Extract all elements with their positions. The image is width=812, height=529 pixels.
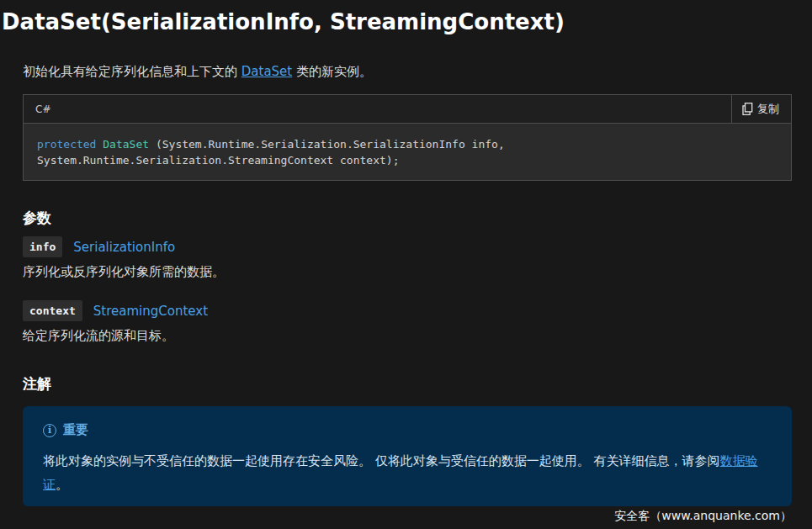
code-language-label: C# [24, 103, 50, 115]
serializationinfo-link[interactable]: SerializationInfo [73, 240, 175, 255]
intro-text-before: 初始化具有给定序列化信息和上下文的 [23, 64, 241, 79]
copy-button-label: 复制 [757, 102, 779, 117]
param-row-info: info SerializationInfo [23, 236, 792, 257]
streamingcontext-link[interactable]: StreamingContext [93, 304, 208, 319]
code-typename: DataSet [103, 138, 149, 151]
watermark: 安全客（www.anquanke.com） [23, 507, 792, 524]
code-header: C# 复制 [24, 95, 791, 124]
param-name-badge: info [23, 236, 62, 257]
info-circle-icon: i [43, 424, 56, 437]
callout-text-after: 。 [56, 477, 68, 492]
callout-text-before: 将此对象的实例与不受信任的数据一起使用存在安全风险。 仅将此对象与受信任的数据一… [43, 453, 720, 468]
param-description: 给定序列化流的源和目标。 [23, 327, 792, 345]
code-line2: System.Runtime.Serialization.StreamingCo… [37, 154, 399, 167]
copy-button[interactable]: 复制 [731, 95, 791, 123]
intro-text-after: 类的新实例。 [292, 64, 372, 79]
dataset-link[interactable]: DataSet [241, 64, 292, 79]
parameters-heading: 参数 [23, 208, 792, 228]
copy-icon [742, 103, 753, 115]
intro-paragraph: 初始化具有给定序列化信息和上下文的 DataSet 类的新实例。 [23, 63, 792, 81]
code-line1-rest: (System.Runtime.Serialization.Serializat… [149, 138, 505, 151]
docs-page: DataSet(SerializationInfo, StreamingCont… [0, 8, 812, 529]
code-body: protected DataSet (System.Runtime.Serial… [24, 124, 791, 180]
important-callout: i 重要 将此对象的实例与不受信任的数据一起使用存在安全风险。 仅将此对象与受信… [23, 406, 792, 506]
callout-body: 将此对象的实例与不受信任的数据一起使用存在安全风险。 仅将此对象与受信任的数据一… [43, 449, 772, 496]
callout-label: 重要 [63, 421, 88, 439]
param-name-badge: context [23, 300, 82, 321]
page-content: 初始化具有给定序列化信息和上下文的 DataSet 类的新实例。 C# 复制 p… [23, 63, 792, 524]
param-description: 序列化或反序列化对象所需的数据。 [23, 263, 792, 281]
remarks-heading: 注解 [23, 373, 792, 394]
code-keyword: protected [37, 138, 103, 151]
param-row-context: context StreamingContext [23, 300, 792, 321]
code-block: C# 复制 protected DataSet (System.Runtime.… [23, 94, 792, 181]
page-title: DataSet(SerializationInfo, StreamingCont… [2, 8, 812, 35]
callout-title: i 重要 [43, 421, 772, 439]
